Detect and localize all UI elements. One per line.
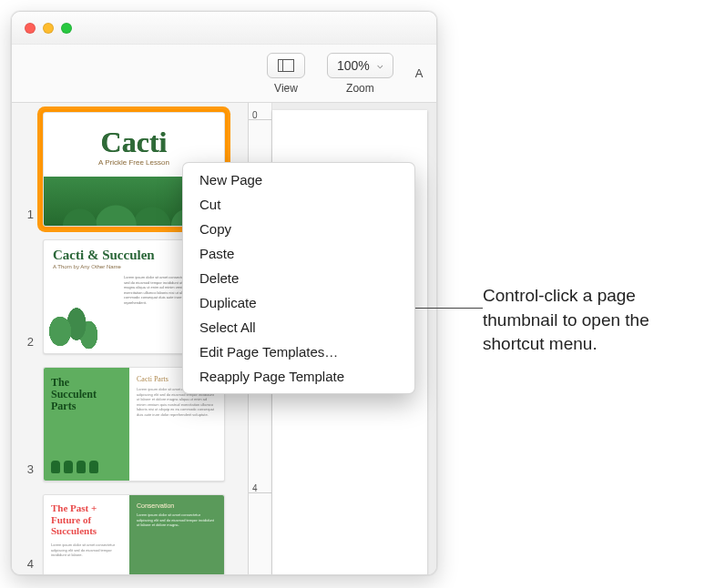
- titlebar: [12, 12, 436, 45]
- thumb-title: The Past + Future of Succulents: [51, 502, 124, 537]
- svg-rect-1: [283, 59, 294, 71]
- thumb-body: Lorem ipsum dolor sit amet consectetur a…: [51, 542, 124, 558]
- toolbar: View 100% ⌵ Zoom A: [12, 45, 436, 103]
- zoom-label: Zoom: [346, 82, 374, 95]
- menu-cut[interactable]: Cut: [183, 192, 414, 217]
- thumb-right-panel: Conservation Lorem ipsum dolor sit amet …: [129, 495, 224, 574]
- thumb-subtitle: A Thorn by Any Other Name: [53, 264, 121, 269]
- page-number: 4: [21, 557, 34, 574]
- menu-copy[interactable]: Copy: [183, 217, 414, 241]
- zoom-value: 100%: [337, 58, 370, 73]
- thumb-body: Lorem ipsum dolor sit amet consectetur a…: [137, 512, 217, 528]
- annotation-text: Control-click a page thumbnail to open t…: [483, 284, 709, 357]
- maximize-icon[interactable]: [61, 23, 72, 34]
- extra-label: A: [415, 66, 424, 80]
- menu-duplicate[interactable]: Duplicate: [183, 290, 414, 315]
- view-tool[interactable]: View: [267, 53, 305, 95]
- thumb-left-panel: The Past + Future of Succulents Lorem ip…: [44, 495, 131, 574]
- window-controls: [25, 23, 72, 34]
- thumb-title: TheSucculentParts: [51, 377, 97, 413]
- menu-select-all[interactable]: Select All: [183, 315, 414, 340]
- page-number: 3: [21, 462, 34, 482]
- menu-paste[interactable]: Paste: [183, 241, 414, 266]
- context-menu: New Page Cut Copy Paste Delete Duplicate…: [182, 162, 415, 394]
- page-thumbnail-4[interactable]: The Past + Future of Succulents Lorem ip…: [43, 494, 225, 574]
- thumb-left-panel: TheSucculentParts: [44, 368, 131, 481]
- page-number: 2: [21, 335, 34, 354]
- menu-delete[interactable]: Delete: [183, 266, 414, 290]
- extra-tool[interactable]: A: [415, 66, 424, 80]
- chevron-down-icon: ⌵: [377, 59, 383, 71]
- thumbnail-row: 4 The Past + Future of Succulents Lorem …: [21, 494, 239, 574]
- thumb-right-title: Conservation: [137, 502, 217, 509]
- zoom-dropdown[interactable]: 100% ⌵: [327, 53, 393, 78]
- page-number: 1: [21, 208, 34, 227]
- view-label: View: [274, 82, 298, 95]
- thumb-title: Cacti & Succulen: [53, 248, 155, 263]
- plant-image: [44, 280, 126, 353]
- svg-rect-0: [279, 59, 283, 71]
- menu-reapply-template[interactable]: Reapply Page Template: [183, 364, 414, 389]
- menu-edit-templates[interactable]: Edit Page Templates…: [183, 340, 414, 364]
- zoom-tool[interactable]: 100% ⌵ Zoom: [327, 53, 393, 95]
- plant-icons: [51, 461, 98, 473]
- callout-line: [415, 308, 483, 309]
- minimize-icon[interactable]: [43, 23, 54, 34]
- close-icon[interactable]: [25, 23, 36, 34]
- view-icon: [267, 53, 305, 78]
- thumb-title: Cacti: [44, 126, 224, 159]
- menu-new-page[interactable]: New Page: [183, 167, 414, 192]
